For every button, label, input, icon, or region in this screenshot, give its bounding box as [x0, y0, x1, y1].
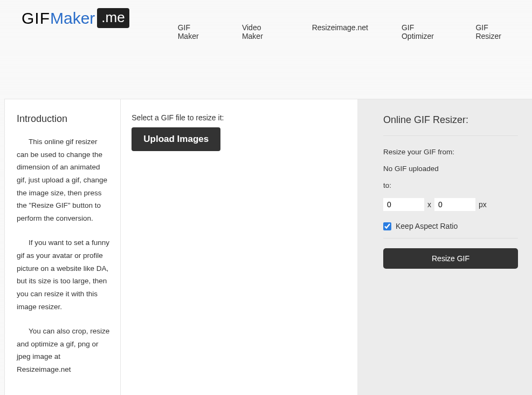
nav-gif-resizer[interactable]: GIF Resizer: [475, 23, 510, 40]
keep-aspect-label: Keep Aspect Ratio: [396, 222, 458, 230]
header: GIFMaker .me GIF Maker Video Maker Resiz…: [0, 0, 532, 99]
intro-paragraph-3: You can also crop, resize and optimize a…: [17, 325, 110, 376]
width-input[interactable]: [383, 198, 424, 211]
resizer-heading: Online GIF Resizer:: [383, 114, 518, 136]
keep-aspect-checkbox[interactable]: [383, 222, 391, 230]
nav-gif-optimizer[interactable]: GIF Optimizer: [402, 23, 442, 40]
keep-aspect-row[interactable]: Keep Aspect Ratio: [383, 222, 518, 239]
intro-paragraph-1: This online gif resizer can be used to c…: [17, 135, 110, 224]
logo[interactable]: GIFMaker .me: [22, 8, 129, 28]
intro-heading: Introduction: [17, 113, 110, 125]
main-nav: GIF Maker Video Maker Resizeimage.net GI…: [178, 23, 510, 40]
nav-resizeimage[interactable]: Resizeimage.net: [312, 23, 368, 40]
upload-images-button[interactable]: Upload Images: [132, 127, 220, 151]
dimensions-row: x px: [383, 198, 518, 211]
no-gif-label: No GIF uploaded: [383, 165, 518, 173]
logo-maker: Maker: [50, 9, 95, 28]
intro-paragraph-2: If you want to set a funny gif as your a…: [17, 236, 110, 313]
px-label: px: [479, 200, 487, 209]
logo-gif: GIF: [22, 9, 50, 28]
height-input[interactable]: [434, 198, 475, 211]
select-file-label: Select a GIF file to resize it:: [132, 113, 347, 122]
nav-video-maker[interactable]: Video Maker: [242, 23, 279, 40]
resize-from-label: Resize your GIF from:: [383, 148, 518, 156]
resizer-panel: Online GIF Resizer: Resize your GIF from…: [357, 99, 532, 395]
introduction-panel: Introduction This online gif resizer can…: [5, 99, 121, 395]
logo-me-badge: .me: [97, 8, 129, 28]
resize-gif-button[interactable]: Resize GIF: [383, 248, 518, 269]
main-content: Introduction This online gif resizer can…: [4, 99, 532, 395]
x-separator: x: [427, 200, 431, 209]
to-label: to:: [383, 181, 518, 189]
upload-panel: Select a GIF file to resize it: Upload I…: [121, 99, 357, 395]
nav-gif-maker[interactable]: GIF Maker: [178, 23, 209, 40]
